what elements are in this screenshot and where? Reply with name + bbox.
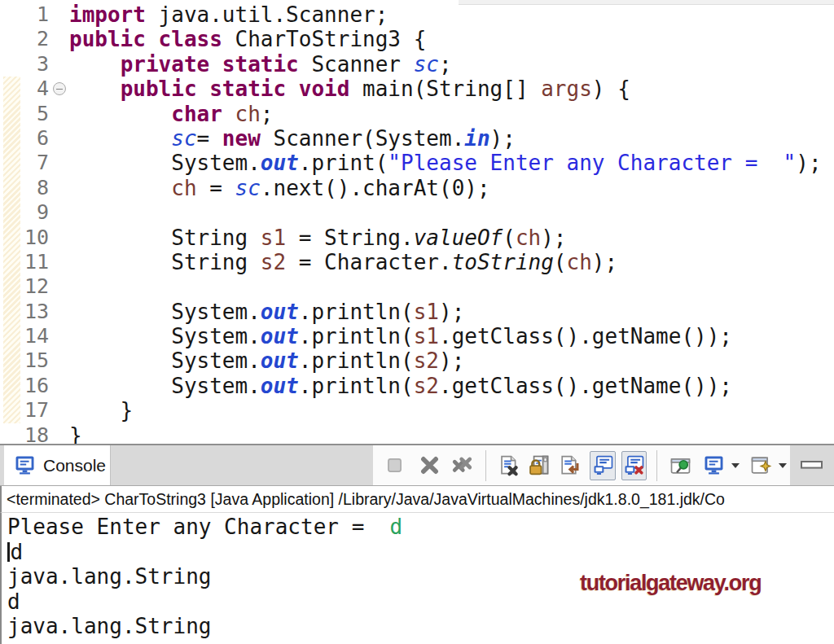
clear-console-button[interactable] [496,451,522,480]
code-line[interactable]: 6 sc= new Scanner(System.in); [0,126,834,151]
chevron-down-icon[interactable] [779,463,787,468]
code-line[interactable]: 12 [0,274,834,299]
code-text[interactable]: } [69,423,82,445]
display-selected-console-control[interactable] [699,451,740,480]
code-line[interactable]: 14 System.out.println(s1.getClass().getN… [0,324,834,348]
code-line[interactable]: 3 private static Scanner sc; [0,52,834,77]
word-wrap-button[interactable] [557,451,583,480]
display-selected-console-icon [703,454,725,476]
code-line[interactable]: 10 String s1 = String.valueOf(ch); [0,226,834,250]
code-line[interactable]: 13 System.out.println(s1); [0,300,834,324]
minimize-button[interactable] [798,455,826,475]
word-wrap-icon [559,454,581,476]
code-line[interactable]: 4 public static void main(String[] args)… [0,77,834,101]
code-lines[interactable]: 1import java.util.Scanner;2public class … [0,2,834,445]
code-text[interactable]: sc= new Scanner(System.in); [69,126,516,151]
line-number: 3 [0,52,49,77]
console-toolbar [373,445,790,485]
scroll-lock-button[interactable] [526,451,552,480]
code-text[interactable]: System.out.print("Please Enter any Chara… [69,151,822,175]
line-number: 4 [0,77,49,101]
eclipse-window: 1import java.util.Scanner;2public class … [0,0,834,644]
line-number: 18 [0,423,49,445]
line-number: 14 [0,324,49,348]
console-output-line: java.lang.String [7,614,834,639]
code-text[interactable]: char ch; [69,102,273,126]
show-stderr-console-icon [623,454,645,476]
code-text[interactable]: System.out.println(s2); [69,348,464,373]
line-number: 13 [0,300,49,324]
line-number: 12 [0,274,49,299]
line-number: 10 [0,226,49,250]
remove-launch-icon [419,454,441,476]
console-view-header: Console [0,445,834,486]
line-number: 17 [0,398,49,423]
display-selected-console-button[interactable] [701,451,727,480]
code-text[interactable]: public class CharToString3 { [69,27,426,51]
line-number: 2 [0,27,49,51]
line-number: 16 [0,374,49,398]
open-console-icon [750,454,772,476]
code-line[interactable]: 2public class CharToString3 { [0,27,834,51]
code-text[interactable]: String s2 = Character.toString(ch); [69,250,617,274]
code-text[interactable]: System.out.println(s1.getClass().getName… [69,324,732,348]
line-number: 9 [0,200,49,225]
code-text[interactable]: import java.util.Scanner; [69,2,388,27]
code-text[interactable]: String s1 = String.valueOf(ch); [69,226,567,250]
remove-all-terminated-icon [451,454,473,476]
code-text[interactable]: public static void main(String[] args) { [69,77,630,101]
java-editor[interactable]: 1import java.util.Scanner;2public class … [0,0,834,445]
code-line[interactable]: 17 } [0,398,834,423]
code-line[interactable]: 16 System.out.println(s2.getClass().getN… [0,374,834,398]
console-output[interactable]: Please Enter any Character = ddjava.lang… [0,513,834,644]
terminate-icon [384,454,406,476]
show-stderr-console-button[interactable] [621,451,647,480]
chevron-down-icon[interactable] [731,463,740,468]
minimize-icon [800,459,824,471]
line-number: 1 [0,2,49,27]
code-text[interactable]: private static Scanner sc; [69,52,452,77]
pin-console-button[interactable] [667,451,693,480]
console-tab-label: Console [43,456,106,475]
tutorialgateway-watermark: tutorialgateway.org [580,571,761,596]
code-line[interactable]: 8 ch = sc.next().charAt(0); [0,176,834,200]
code-line[interactable]: 18} [0,423,834,445]
scroll-lock-icon [528,454,550,476]
tab-console[interactable]: Console [4,445,111,485]
code-text[interactable]: System.out.println(s2.getClass().getName… [69,374,732,398]
remove-launch-button[interactable] [417,451,443,480]
open-console-control[interactable] [746,451,787,480]
collapse-fold-icon[interactable] [53,82,66,95]
line-number: 7 [0,151,49,175]
code-text[interactable]: System.out.println(s1); [69,300,464,324]
line-number: 5 [0,102,49,126]
pin-console-icon [669,454,691,476]
code-line[interactable]: 1import java.util.Scanner; [0,2,834,27]
code-line[interactable]: 11 String s2 = Character.toString(ch); [0,250,834,274]
console-output-line: Please Enter any Character = d [7,515,834,540]
line-number: 6 [0,126,49,151]
line-number: 11 [0,250,49,274]
console-tab-icon [14,454,36,476]
terminate-button[interactable] [382,451,408,480]
code-text[interactable]: ch = sc.next().charAt(0); [69,176,490,200]
code-text[interactable]: } [69,398,133,423]
show-stdout-console-icon [592,454,614,476]
toolbar-separator [656,450,657,481]
toolbar-separator [485,450,486,481]
code-line[interactable]: 9 [0,200,834,225]
console-output-line: d [7,540,834,565]
fold-gutter [49,82,69,95]
open-console-button[interactable] [748,451,775,480]
remove-all-terminated-button[interactable] [450,451,476,480]
code-line[interactable]: 5 char ch; [0,102,834,126]
text-caret [7,542,10,562]
console-status-line: <terminated> CharToString3 [Java Applica… [0,486,834,513]
code-line[interactable]: 7 System.out.print("Please Enter any Cha… [0,151,834,175]
code-line[interactable]: 15 System.out.println(s2); [0,348,834,373]
line-number: 8 [0,176,49,200]
clear-console-icon [498,454,520,476]
line-number: 15 [0,348,49,373]
show-stdout-console-button[interactable] [590,451,616,480]
